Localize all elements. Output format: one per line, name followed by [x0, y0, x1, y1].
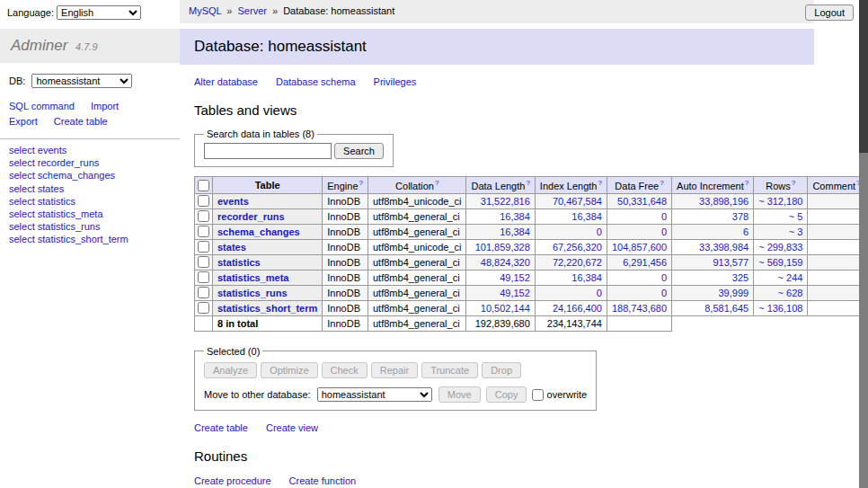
analyze-button[interactable]: Analyze — [204, 362, 257, 378]
select-recorder-runs-link[interactable]: select recorder_runs — [9, 157, 171, 169]
cell-collation: utf8mb4_general_ci — [368, 224, 466, 239]
create-procedure-link[interactable]: Create procedure — [194, 475, 271, 486]
tables-table: TableEngine?Collation?Data Length?Index … — [194, 176, 866, 332]
row-checkbox[interactable] — [198, 195, 209, 207]
row-checkbox[interactable] — [198, 287, 209, 298]
create-function-link[interactable]: Create function — [289, 475, 357, 486]
column-help-link[interactable]: ? — [598, 179, 601, 187]
row-checkbox[interactable] — [198, 256, 209, 268]
page-title: Database: homeassistant — [180, 29, 814, 65]
row-checkbox[interactable] — [198, 226, 209, 237]
row-checkbox[interactable] — [198, 241, 209, 253]
breadcrumb-server-link[interactable]: Server — [238, 5, 267, 16]
table-list: select eventsselect recorder_runsselect … — [0, 145, 180, 246]
select-statistics-runs-link[interactable]: select statistics_runs — [9, 221, 171, 233]
search-button[interactable]: Search — [334, 143, 384, 159]
db-selector-row: DB: homeassistant — [0, 63, 180, 90]
table-name-link[interactable]: schema_changes — [217, 226, 300, 237]
app-title-link[interactable]: Adminer — [11, 37, 67, 54]
tables-body: eventsInnoDButf8mb4_unicode_ci31,522,816… — [195, 193, 866, 315]
select-events-link[interactable]: select events — [9, 145, 171, 156]
cell-comment — [808, 209, 865, 224]
breadcrumb-current: Database: homeassistant — [283, 5, 394, 16]
move-row: Move to other database: homeassistant Mo… — [204, 386, 587, 403]
overwrite-checkbox[interactable] — [532, 389, 544, 401]
move-button[interactable]: Move — [438, 386, 481, 403]
cell-rows: ~ 299,833 — [754, 239, 808, 254]
create-view-link[interactable]: Create view — [266, 422, 318, 433]
sql-command-link[interactable]: SQL command — [9, 101, 75, 111]
column-help-link[interactable]: ? — [435, 179, 438, 187]
cell-rows: ~ 569,159 — [754, 254, 808, 270]
scrollbar-thumb[interactable] — [859, 0, 868, 153]
logout-button[interactable]: Logout — [805, 4, 854, 21]
cell-data-free: 104,857,600 — [607, 239, 671, 254]
move-db-select[interactable]: homeassistant — [317, 387, 432, 402]
db-select[interactable]: homeassistant — [31, 74, 132, 88]
cell-data-length: 49,152 — [466, 285, 535, 300]
search-input[interactable] — [204, 143, 332, 159]
table-name-link[interactable]: statistics_meta — [217, 272, 289, 283]
column-header-comment: Comment? — [808, 177, 865, 194]
column-help-link[interactable]: ? — [792, 179, 795, 187]
overwrite-label: overwrite — [547, 389, 588, 400]
table-name-link[interactable]: statistics — [217, 257, 261, 268]
table-name-link[interactable]: statistics_short_term — [217, 303, 317, 314]
cell-auto-increment: 6 — [672, 224, 754, 239]
select-statistics-link[interactable]: select statistics — [9, 196, 171, 208]
database-schema-link[interactable]: Database schema — [276, 76, 356, 87]
cell-data-free: 188,743,680 — [607, 300, 671, 315]
truncate-button[interactable]: Truncate — [421, 362, 478, 378]
column-help-link[interactable]: ? — [526, 179, 529, 187]
table-name-link[interactable]: events — [217, 196, 249, 207]
cell-rows: ~ 244 — [754, 270, 808, 285]
import-link[interactable]: Import — [91, 101, 119, 111]
cell-data-length: 31,522,816 — [466, 193, 535, 209]
select-statistics-meta-link[interactable]: select statistics_meta — [9, 209, 171, 220]
totals-data-length: 192,839,680 — [466, 315, 535, 331]
move-label: Move to other database: — [204, 389, 311, 400]
cell-comment — [808, 254, 865, 270]
column-help-link[interactable]: ? — [745, 179, 748, 187]
tables-foot: 8 in totalInnoDButf8mb4_general_ci192,83… — [195, 315, 866, 331]
drop-button[interactable]: Drop — [482, 362, 521, 378]
select-states-link[interactable]: select states — [9, 183, 171, 195]
cell-engine: InnoDB — [323, 239, 368, 254]
table-name-link[interactable]: statistics_runs — [217, 288, 288, 298]
privileges-link[interactable]: Privileges — [374, 76, 417, 87]
cell-engine: InnoDB — [323, 300, 368, 315]
column-help-link[interactable]: ? — [359, 179, 363, 187]
cell-data-free: 6,291,456 — [607, 254, 671, 270]
scrollbar[interactable] — [859, 0, 868, 488]
breadcrumb-mysql-link[interactable]: MySQL — [189, 5, 221, 16]
totals-collation: utf8mb4_general_ci — [368, 315, 466, 331]
select-statistics-short-term-link[interactable]: select statistics_short_term — [9, 234, 171, 245]
repair-button[interactable]: Repair — [371, 362, 418, 378]
alter-database-link[interactable]: Alter database — [194, 76, 258, 87]
cell-data-free: 0 — [607, 270, 671, 285]
column-header-rows: Rows? — [754, 177, 808, 194]
table-row: statistics_short_termInnoDButf8mb4_gener… — [195, 300, 866, 315]
table-name-link[interactable]: recorder_runs — [217, 211, 285, 222]
cell-rows: ~ 136,108 — [754, 300, 808, 315]
select-schema-changes-link[interactable]: select schema_changes — [9, 170, 171, 182]
row-checkbox[interactable] — [198, 302, 209, 314]
cell-index-length: 16,384 — [535, 270, 607, 285]
database-nav-links: Alter databaseDatabase schemaPrivileges — [194, 76, 814, 87]
sidebar-divider — [0, 138, 180, 139]
create-table-link[interactable]: Create table — [194, 422, 248, 433]
optimize-button[interactable]: Optimize — [261, 362, 317, 378]
row-checkbox[interactable] — [198, 210, 209, 222]
tables-header-row: TableEngine?Collation?Data Length?Index … — [195, 177, 866, 194]
row-checkbox[interactable] — [198, 271, 209, 283]
create-table-link[interactable]: Create table — [54, 116, 108, 127]
export-link[interactable]: Export — [9, 116, 38, 127]
cell-index-length: 0 — [535, 285, 607, 300]
table-name-link[interactable]: states — [217, 242, 246, 253]
column-help-link[interactable]: ? — [660, 179, 663, 187]
copy-button[interactable]: Copy — [486, 386, 527, 403]
select-all-checkbox[interactable] — [198, 180, 209, 191]
check-button[interactable]: Check — [322, 362, 368, 378]
table-row: schema_changesInnoDButf8mb4_general_ci16… — [195, 224, 866, 239]
language-select[interactable]: English — [57, 5, 141, 20]
